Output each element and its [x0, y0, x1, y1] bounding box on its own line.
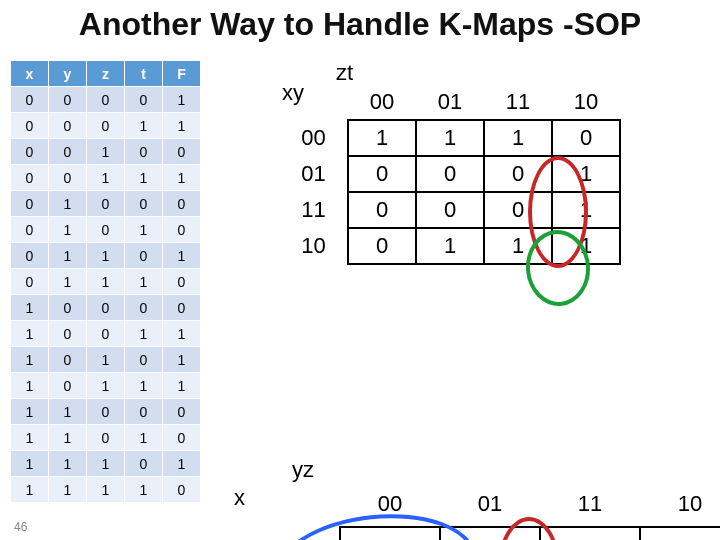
table-cell: 1 [49, 399, 87, 425]
k1-c10-01: 1 [416, 228, 484, 264]
k1-c11-01: 0 [416, 192, 484, 228]
kmap2-leftvars: x [234, 485, 245, 511]
k2-col-10: 10 [640, 481, 720, 527]
table-cell: 0 [11, 165, 49, 191]
table-cell: 1 [11, 347, 49, 373]
table-row: 11010 [11, 425, 201, 451]
table-cell: 1 [11, 321, 49, 347]
table-cell: 1 [87, 269, 125, 295]
table-row: 01000 [11, 191, 201, 217]
table-cell: 1 [49, 425, 87, 451]
kmap-zt-xy: zt xy 00 01 11 10 00 1 1 1 0 01 0 0 0 1 … [280, 84, 720, 265]
table-cell: 0 [125, 191, 163, 217]
table-cell: 0 [49, 321, 87, 347]
table-cell: 0 [163, 217, 201, 243]
truth-table: x y z t F 000010001100100001110100001010… [10, 60, 201, 503]
table-cell: 1 [11, 451, 49, 477]
table-cell: 0 [11, 269, 49, 295]
kmap1-leftvars: xy [282, 80, 304, 106]
table-cell: 1 [49, 243, 87, 269]
k1-c01-00: 0 [348, 156, 416, 192]
table-cell: 1 [125, 165, 163, 191]
th-y: y [49, 61, 87, 87]
table-cell: 0 [11, 139, 49, 165]
table-row: 00001 [11, 87, 201, 113]
k1-row-11: 11 [280, 192, 348, 228]
table-cell: 1 [163, 113, 201, 139]
table-cell: 1 [11, 399, 49, 425]
table-cell: 0 [125, 295, 163, 321]
table-cell: 0 [163, 295, 201, 321]
k1-c00-10: 0 [552, 120, 620, 156]
k1-row-10: 10 [280, 228, 348, 264]
table-cell: 1 [125, 425, 163, 451]
table-cell: 0 [125, 139, 163, 165]
table-cell: 0 [163, 477, 201, 503]
table-row: 01110 [11, 269, 201, 295]
table-cell: 1 [163, 451, 201, 477]
k1-col-00: 00 [348, 84, 416, 120]
table-cell: 1 [11, 295, 49, 321]
k1-c00-11: 1 [484, 120, 552, 156]
table-row: 11110 [11, 477, 201, 503]
table-cell: 0 [125, 87, 163, 113]
table-cell: 1 [125, 373, 163, 399]
th-t: t [125, 61, 163, 87]
table-cell: 1 [163, 347, 201, 373]
table-cell: 1 [87, 243, 125, 269]
table-cell: 1 [163, 321, 201, 347]
table-row: 10101 [11, 347, 201, 373]
k1-row-01: 01 [280, 156, 348, 192]
table-cell: 0 [87, 295, 125, 321]
page-number: 46 [14, 520, 27, 534]
k1-c11-00: 0 [348, 192, 416, 228]
table-cell: 0 [87, 425, 125, 451]
table-cell: 1 [163, 87, 201, 113]
table-cell: 1 [49, 477, 87, 503]
table-cell: 1 [87, 347, 125, 373]
table-cell: 1 [49, 269, 87, 295]
k1-col-11: 11 [484, 84, 552, 120]
table-cell: 0 [163, 399, 201, 425]
table-cell: 0 [163, 269, 201, 295]
table-cell: 1 [11, 425, 49, 451]
table-cell: 1 [49, 217, 87, 243]
table-cell: 0 [11, 113, 49, 139]
table-cell: 1 [87, 139, 125, 165]
th-z: z [87, 61, 125, 87]
table-row: 10011 [11, 321, 201, 347]
table-cell: 0 [49, 113, 87, 139]
table-cell: 1 [87, 165, 125, 191]
table-cell: 0 [11, 87, 49, 113]
table-row: 10000 [11, 295, 201, 321]
k1-col-10: 10 [552, 84, 620, 120]
table-row: 01101 [11, 243, 201, 269]
table-cell: 1 [163, 373, 201, 399]
table-cell: 0 [125, 347, 163, 373]
table-cell: 0 [125, 399, 163, 425]
table-row: 01010 [11, 217, 201, 243]
table-cell: 0 [11, 191, 49, 217]
table-cell: 1 [49, 451, 87, 477]
table-row: 11000 [11, 399, 201, 425]
k2-col-11: 11 [540, 481, 640, 527]
table-cell: 0 [11, 243, 49, 269]
table-cell: 0 [163, 191, 201, 217]
slide-title: Another Way to Handle K-Maps -SOP [0, 6, 720, 43]
kmap-yz-x: yz x 00 01 11 10 0 t' + t t t' 0 1 t t +… [240, 481, 720, 540]
k1-col-01: 01 [416, 84, 484, 120]
table-row: 00011 [11, 113, 201, 139]
table-row: 11101 [11, 451, 201, 477]
table-cell: 0 [125, 451, 163, 477]
th-x: x [11, 61, 49, 87]
table-cell: 1 [125, 113, 163, 139]
table-row: 00111 [11, 165, 201, 191]
table-cell: 0 [87, 87, 125, 113]
table-cell: 1 [11, 477, 49, 503]
table-row: 00100 [11, 139, 201, 165]
table-cell: 1 [163, 165, 201, 191]
table-cell: 1 [125, 269, 163, 295]
table-cell: 0 [163, 139, 201, 165]
table-cell: 0 [163, 425, 201, 451]
kmap1-topvars: zt [336, 60, 353, 86]
